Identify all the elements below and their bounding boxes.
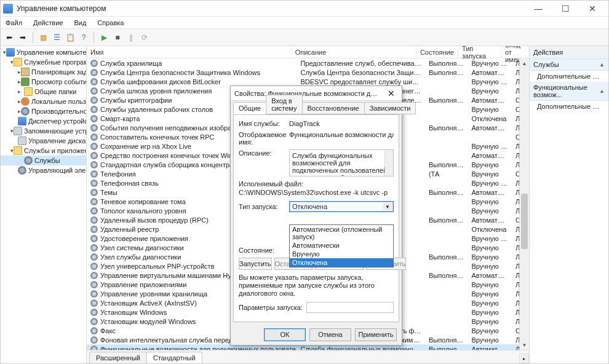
svc-logon: Локальная сис [512,152,519,159]
minimize-button[interactable]: — [525,1,552,17]
tree-node[interactable]: ▾Службы и приложения [1,146,86,156]
tab-standard[interactable]: Стандартный [146,352,202,363]
scroll-down-arrow[interactable]: ▼ [520,340,529,350]
svc-name: Темы [100,189,117,196]
col-name[interactable]: Имя [87,46,292,58]
option-disabled[interactable]: Отключена [290,258,393,267]
gear-icon [90,106,98,113]
start-button[interactable]: Запустить [239,258,272,270]
properties-button[interactable]: ☰ [50,31,63,44]
dialog-close-button[interactable]: ✕ [381,86,402,101]
stop-svc-button[interactable]: ■ [111,31,124,44]
service-row[interactable]: Служба хранилищаПредоставление служб, об… [87,58,519,68]
gear-icon [90,78,98,85]
svc-state: Выполняется [425,97,468,104]
apply-button[interactable]: Применить [355,328,397,341]
description-box[interactable]: Служба функциональных возможностей для п… [289,149,394,176]
vertical-scrollbar[interactable]: ▲ ▼ [519,58,529,350]
maximize-button[interactable]: ☐ [552,1,579,17]
tree-node[interactable]: ▸Планировщик задани [1,67,86,77]
hscroll-right[interactable]: ▸ [519,354,529,363]
svc-state: Выполняется [425,216,468,224]
tree-node[interactable]: Управляющий элемен [1,165,86,175]
event-icon [21,77,30,86]
service-row[interactable]: Служба Центра безопасности Защитника Win… [87,68,519,77]
tree-node[interactable]: ▸Общие папки [1,87,86,97]
tree-node[interactable]: ▾Служебные программы [1,57,86,67]
svc-startup: Вручную (ак... [468,180,512,187]
gear-icon [90,152,98,159]
ok-button[interactable]: ОК [264,328,306,341]
tab-extended[interactable]: Расширенный [89,352,147,363]
actions-group-selected[interactable]: Функциональные возмож...▲ [530,82,608,101]
pause-svc-button[interactable]: ‖ [125,31,137,44]
svc-name: Тополог канального уровня [100,207,186,215]
option-manual[interactable]: Вручную [290,250,393,258]
tree-label: Службы и приложения [24,147,87,154]
service-row[interactable]: Служба шифрования дисков BitLockerBDESVC… [87,77,519,86]
col-desc[interactable]: Описание [292,46,416,58]
option-auto[interactable]: Автоматически [290,241,393,250]
col-state[interactable]: Состояние [416,46,458,58]
disk-icon [14,127,22,135]
export-button[interactable]: 📋 [64,31,76,44]
menu-view[interactable]: Вид [71,18,89,28]
tree-label: Производительност [31,108,87,115]
menu-help[interactable]: Справка [95,18,126,28]
tree-pane[interactable]: ▾Управление компьютером (л▾Служебные про… [1,46,87,363]
svc-logon: Локальная сис [512,309,519,316]
actions-group-services[interactable]: Службы▲ [530,59,608,71]
tree-node[interactable]: ▸Просмотр событий [1,77,86,87]
tree-node[interactable]: ▸Производительност [1,106,86,116]
svc-logon: Локальная сис [512,299,519,307]
menu-action[interactable]: Действие [31,18,65,28]
start-svc-button[interactable]: ▶ [98,31,110,44]
svc-startup: Автоматиче... [468,216,512,224]
tree-label: Службы [34,157,60,164]
help-button[interactable]: ? [78,31,90,44]
startup-type-combo[interactable]: Отключена ▼ [289,201,394,212]
scroll-thumb[interactable] [521,194,528,249]
gear-icon [90,97,98,104]
forward-button[interactable]: ➡ [17,31,29,44]
option-auto-delayed[interactable]: Автоматически (отложенный запуск) [290,225,393,241]
tree-label: Диспетчер устройст [28,117,87,125]
show-hide-tree-button[interactable]: ▦ [37,31,49,44]
dialog-tab-logon[interactable]: Вход в систему [266,95,302,114]
cancel-button[interactable]: Отмена [309,328,351,341]
col-startup[interactable]: Тип запуска [458,46,501,58]
tree-node[interactable]: Диспетчер устройст [1,116,86,126]
svc-startup: Автоматиче... [468,189,512,196]
tree-node[interactable]: ▾Запоминающие устройс [1,126,86,136]
expand-icon[interactable]: ▸ [18,89,24,95]
svc-startup: Вручную [468,327,512,334]
svc-name: Служба хранилища [100,60,162,67]
actions-more-2[interactable]: Дополнительные дей... [530,101,608,112]
startup-type-dropdown[interactable]: Автоматически (отложенный запуск) Автома… [289,224,394,267]
gear-icon [90,253,98,261]
tree-node[interactable]: Службы [1,156,86,165]
svc-logon: Локальная слу [512,253,519,261]
tree-node[interactable]: Управление дисками [1,136,86,146]
svc-startup: Вручную [468,170,512,178]
dialog-tab-general[interactable]: Общие [233,102,266,114]
gear-icon [90,318,98,325]
col-logon[interactable]: Вход от имени [501,46,529,58]
svc-logon: Локальная сис [512,143,519,150]
restart-svc-button[interactable]: ⟳ [138,31,151,44]
back-button[interactable]: ⬅ [3,31,15,44]
svc-name: Сохранение игр на Xbox Live [100,143,191,150]
desc-scrollbar[interactable] [384,150,393,176]
tree-node[interactable]: ▸Локальные пользова [1,97,86,106]
svc-startup: Вручную [468,106,512,113]
params-input[interactable] [306,302,394,313]
dialog-tab-deps[interactable]: Зависимости [364,102,416,114]
dialog-tab-recovery[interactable]: Восстановление [302,102,365,114]
actions-more-1[interactable]: Дополнительные дей... [530,71,608,82]
close-button[interactable]: ✕ [579,1,606,17]
menu-file[interactable]: Файл [3,18,25,28]
svc-logon: Локальная слу [512,235,519,242]
tree-node[interactable]: ▾Управление компьютером (л [1,47,86,57]
actions-header: Действия [530,46,608,59]
scroll-up-arrow[interactable]: ▲ [520,58,529,68]
